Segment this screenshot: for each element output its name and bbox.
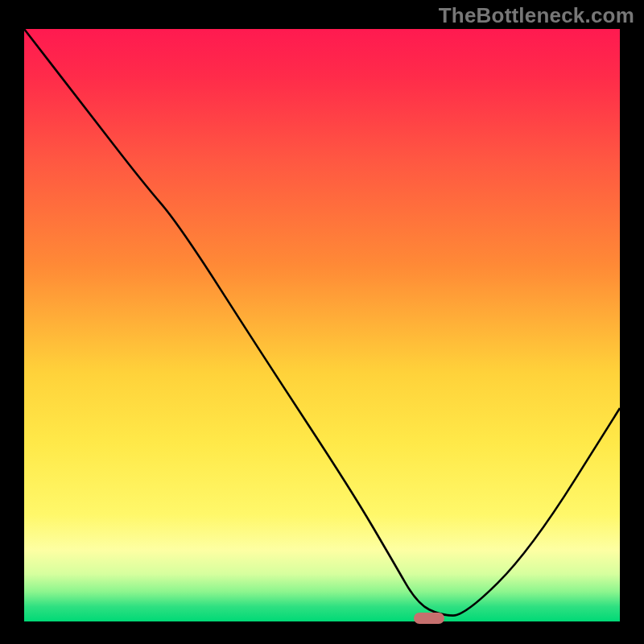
plot-area	[24, 29, 620, 621]
bottleneck-curve	[24, 29, 620, 621]
chart-container: TheBottleneck.com	[0, 0, 644, 644]
watermark-label: TheBottleneck.com	[439, 3, 634, 28]
curve-path	[24, 29, 620, 616]
optimal-marker	[414, 613, 444, 624]
